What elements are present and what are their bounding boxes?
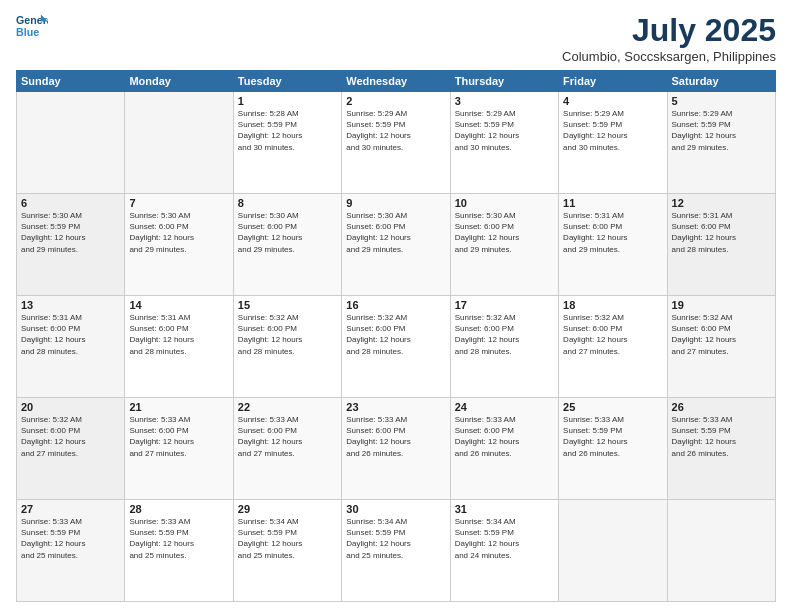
table-row: 8Sunrise: 5:30 AM Sunset: 6:00 PM Daylig…	[233, 194, 341, 296]
day-info: Sunrise: 5:33 AM Sunset: 5:59 PM Dayligh…	[129, 516, 228, 561]
day-number: 14	[129, 299, 228, 311]
logo: General Blue	[16, 12, 48, 40]
location-subtitle: Columbio, Soccsksargen, Philippines	[562, 49, 776, 64]
day-number: 19	[672, 299, 771, 311]
col-tuesday: Tuesday	[233, 71, 341, 92]
day-number: 5	[672, 95, 771, 107]
calendar-week-row: 20Sunrise: 5:32 AM Sunset: 6:00 PM Dayli…	[17, 398, 776, 500]
col-thursday: Thursday	[450, 71, 558, 92]
day-number: 6	[21, 197, 120, 209]
calendar-week-row: 13Sunrise: 5:31 AM Sunset: 6:00 PM Dayli…	[17, 296, 776, 398]
day-number: 30	[346, 503, 445, 515]
calendar-table: Sunday Monday Tuesday Wednesday Thursday…	[16, 70, 776, 602]
day-number: 7	[129, 197, 228, 209]
day-info: Sunrise: 5:33 AM Sunset: 5:59 PM Dayligh…	[672, 414, 771, 459]
table-row: 21Sunrise: 5:33 AM Sunset: 6:00 PM Dayli…	[125, 398, 233, 500]
day-number: 2	[346, 95, 445, 107]
table-row: 23Sunrise: 5:33 AM Sunset: 6:00 PM Dayli…	[342, 398, 450, 500]
table-row: 27Sunrise: 5:33 AM Sunset: 5:59 PM Dayli…	[17, 500, 125, 602]
day-info: Sunrise: 5:33 AM Sunset: 6:00 PM Dayligh…	[455, 414, 554, 459]
title-block: July 2025 Columbio, Soccsksargen, Philip…	[562, 12, 776, 64]
table-row: 1Sunrise: 5:28 AM Sunset: 5:59 PM Daylig…	[233, 92, 341, 194]
day-info: Sunrise: 5:29 AM Sunset: 5:59 PM Dayligh…	[563, 108, 662, 153]
day-number: 27	[21, 503, 120, 515]
day-info: Sunrise: 5:32 AM Sunset: 6:00 PM Dayligh…	[238, 312, 337, 357]
table-row: 26Sunrise: 5:33 AM Sunset: 5:59 PM Dayli…	[667, 398, 775, 500]
table-row: 5Sunrise: 5:29 AM Sunset: 5:59 PM Daylig…	[667, 92, 775, 194]
table-row: 24Sunrise: 5:33 AM Sunset: 6:00 PM Dayli…	[450, 398, 558, 500]
day-number: 10	[455, 197, 554, 209]
day-info: Sunrise: 5:31 AM Sunset: 6:00 PM Dayligh…	[563, 210, 662, 255]
table-row: 20Sunrise: 5:32 AM Sunset: 6:00 PM Dayli…	[17, 398, 125, 500]
table-row	[17, 92, 125, 194]
day-info: Sunrise: 5:29 AM Sunset: 5:59 PM Dayligh…	[672, 108, 771, 153]
day-number: 22	[238, 401, 337, 413]
day-number: 24	[455, 401, 554, 413]
col-friday: Friday	[559, 71, 667, 92]
day-number: 3	[455, 95, 554, 107]
day-number: 28	[129, 503, 228, 515]
day-info: Sunrise: 5:28 AM Sunset: 5:59 PM Dayligh…	[238, 108, 337, 153]
table-row: 13Sunrise: 5:31 AM Sunset: 6:00 PM Dayli…	[17, 296, 125, 398]
table-row: 16Sunrise: 5:32 AM Sunset: 6:00 PM Dayli…	[342, 296, 450, 398]
day-number: 21	[129, 401, 228, 413]
table-row: 22Sunrise: 5:33 AM Sunset: 6:00 PM Dayli…	[233, 398, 341, 500]
day-info: Sunrise: 5:31 AM Sunset: 6:00 PM Dayligh…	[672, 210, 771, 255]
day-number: 13	[21, 299, 120, 311]
day-number: 17	[455, 299, 554, 311]
day-info: Sunrise: 5:33 AM Sunset: 6:00 PM Dayligh…	[346, 414, 445, 459]
table-row: 29Sunrise: 5:34 AM Sunset: 5:59 PM Dayli…	[233, 500, 341, 602]
table-row: 10Sunrise: 5:30 AM Sunset: 6:00 PM Dayli…	[450, 194, 558, 296]
col-saturday: Saturday	[667, 71, 775, 92]
table-row: 15Sunrise: 5:32 AM Sunset: 6:00 PM Dayli…	[233, 296, 341, 398]
generalblue-logo-icon: General Blue	[16, 12, 48, 40]
day-info: Sunrise: 5:34 AM Sunset: 5:59 PM Dayligh…	[238, 516, 337, 561]
table-row: 12Sunrise: 5:31 AM Sunset: 6:00 PM Dayli…	[667, 194, 775, 296]
table-row: 11Sunrise: 5:31 AM Sunset: 6:00 PM Dayli…	[559, 194, 667, 296]
day-info: Sunrise: 5:29 AM Sunset: 5:59 PM Dayligh…	[455, 108, 554, 153]
day-info: Sunrise: 5:30 AM Sunset: 6:00 PM Dayligh…	[346, 210, 445, 255]
day-info: Sunrise: 5:29 AM Sunset: 5:59 PM Dayligh…	[346, 108, 445, 153]
table-row	[125, 92, 233, 194]
day-number: 9	[346, 197, 445, 209]
day-number: 16	[346, 299, 445, 311]
day-number: 8	[238, 197, 337, 209]
day-info: Sunrise: 5:30 AM Sunset: 6:00 PM Dayligh…	[129, 210, 228, 255]
table-row: 30Sunrise: 5:34 AM Sunset: 5:59 PM Dayli…	[342, 500, 450, 602]
day-number: 12	[672, 197, 771, 209]
table-row: 7Sunrise: 5:30 AM Sunset: 6:00 PM Daylig…	[125, 194, 233, 296]
col-wednesday: Wednesday	[342, 71, 450, 92]
day-info: Sunrise: 5:30 AM Sunset: 6:00 PM Dayligh…	[238, 210, 337, 255]
day-number: 4	[563, 95, 662, 107]
day-number: 25	[563, 401, 662, 413]
table-row: 3Sunrise: 5:29 AM Sunset: 5:59 PM Daylig…	[450, 92, 558, 194]
table-row: 6Sunrise: 5:30 AM Sunset: 5:59 PM Daylig…	[17, 194, 125, 296]
day-info: Sunrise: 5:31 AM Sunset: 6:00 PM Dayligh…	[21, 312, 120, 357]
day-info: Sunrise: 5:30 AM Sunset: 6:00 PM Dayligh…	[455, 210, 554, 255]
day-info: Sunrise: 5:34 AM Sunset: 5:59 PM Dayligh…	[346, 516, 445, 561]
day-info: Sunrise: 5:32 AM Sunset: 6:00 PM Dayligh…	[21, 414, 120, 459]
svg-text:Blue: Blue	[16, 26, 39, 38]
day-info: Sunrise: 5:32 AM Sunset: 6:00 PM Dayligh…	[672, 312, 771, 357]
header: General Blue July 2025 Columbio, Soccsks…	[16, 12, 776, 64]
day-info: Sunrise: 5:34 AM Sunset: 5:59 PM Dayligh…	[455, 516, 554, 561]
table-row	[559, 500, 667, 602]
table-row: 31Sunrise: 5:34 AM Sunset: 5:59 PM Dayli…	[450, 500, 558, 602]
table-row: 4Sunrise: 5:29 AM Sunset: 5:59 PM Daylig…	[559, 92, 667, 194]
day-info: Sunrise: 5:33 AM Sunset: 5:59 PM Dayligh…	[21, 516, 120, 561]
calendar-week-row: 1Sunrise: 5:28 AM Sunset: 5:59 PM Daylig…	[17, 92, 776, 194]
table-row: 19Sunrise: 5:32 AM Sunset: 6:00 PM Dayli…	[667, 296, 775, 398]
day-info: Sunrise: 5:31 AM Sunset: 6:00 PM Dayligh…	[129, 312, 228, 357]
day-number: 20	[21, 401, 120, 413]
day-number: 23	[346, 401, 445, 413]
day-info: Sunrise: 5:32 AM Sunset: 6:00 PM Dayligh…	[346, 312, 445, 357]
table-row: 17Sunrise: 5:32 AM Sunset: 6:00 PM Dayli…	[450, 296, 558, 398]
table-row: 25Sunrise: 5:33 AM Sunset: 5:59 PM Dayli…	[559, 398, 667, 500]
day-info: Sunrise: 5:32 AM Sunset: 6:00 PM Dayligh…	[563, 312, 662, 357]
day-info: Sunrise: 5:33 AM Sunset: 6:00 PM Dayligh…	[238, 414, 337, 459]
table-row: 2Sunrise: 5:29 AM Sunset: 5:59 PM Daylig…	[342, 92, 450, 194]
day-number: 1	[238, 95, 337, 107]
day-number: 11	[563, 197, 662, 209]
day-number: 18	[563, 299, 662, 311]
calendar-week-row: 27Sunrise: 5:33 AM Sunset: 5:59 PM Dayli…	[17, 500, 776, 602]
